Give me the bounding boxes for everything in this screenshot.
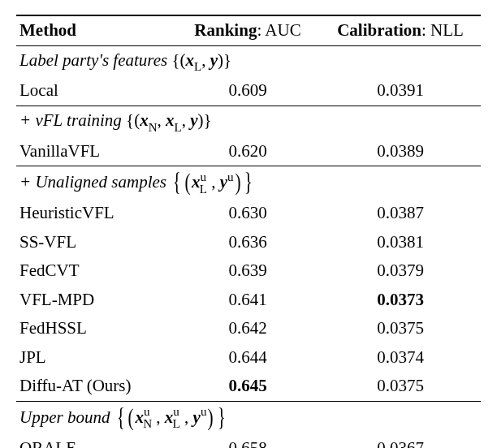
nll-cell: 0.0387 (320, 199, 481, 228)
table-row: Local 0.609 0.0391 (16, 76, 481, 106)
auc-cell: 0.630 (175, 199, 320, 228)
table-row: HeuristicVFL 0.630 0.0387 (16, 199, 481, 228)
nll-cell: 0.0373 (320, 286, 481, 315)
section-row: Label party's features {(xL, y)} (16, 45, 481, 76)
method-cell: Diffu-AT (Ours) (16, 372, 175, 401)
header-calibration: Calibration: NLL (320, 15, 481, 45)
auc-cell: 0.658 (175, 434, 320, 449)
section-prefix: + vFL training (19, 110, 126, 130)
header-ranking: Ranking: AUC (175, 15, 320, 45)
section-label-party: Label party's features {(xL, y)} (16, 45, 481, 76)
nll-cell: 0.0379 (320, 256, 481, 286)
header-calibration-label: Calibration (337, 20, 421, 40)
nll-cell: 0.0389 (320, 137, 481, 166)
auc-cell: 0.636 (175, 228, 320, 257)
section-vfl-training: + vFL training {(xN, xL, y)} (16, 106, 481, 136)
method-cell: ORALE (16, 434, 175, 449)
nll-cell: 0.0381 (320, 228, 481, 257)
table-header-row: Method Ranking: AUC Calibration: NLL (16, 15, 481, 45)
nll-cell: 0.0391 (320, 76, 481, 106)
section-prefix: + Unaligned samples (19, 172, 171, 192)
nll-cell: 0.0374 (320, 343, 481, 373)
auc-cell: 0.609 (175, 76, 320, 106)
method-cell: VFL-MPD (16, 286, 175, 315)
section-set-notation: {(xL, y)} (171, 50, 231, 70)
method-cell: FedHSSL (16, 314, 175, 343)
table-row: Diffu-AT (Ours) 0.645 0.0375 (16, 372, 481, 401)
nll-cell: 0.0375 (320, 314, 481, 343)
section-prefix: Label party's features (19, 50, 171, 70)
auc-cell: 0.620 (175, 137, 320, 166)
auc-cell: 0.644 (175, 343, 320, 373)
section-set-notation: {(xuN , xuL , yu)} (115, 407, 228, 427)
section-upper-bound: Upper bound {(xuN , xuL , yu)} (16, 401, 481, 433)
table-row: VFL-MPD 0.641 0.0373 (16, 286, 481, 315)
header-calibration-metric: : NLL (421, 20, 464, 40)
nll-cell: 0.0375 (320, 372, 481, 401)
section-row: + Unaligned samples {(xuL , yu)} (16, 166, 481, 199)
method-cell: JPL (16, 343, 175, 373)
section-set-notation: {(xuL , yu)} (171, 172, 254, 192)
method-cell: SS-VFL (16, 228, 175, 257)
method-cell: Local (16, 76, 175, 106)
table-row: FedHSSL 0.642 0.0375 (16, 314, 481, 343)
auc-cell: 0.645 (175, 372, 320, 401)
auc-cell: 0.642 (175, 314, 320, 343)
header-ranking-label: Ranking (194, 20, 257, 40)
table-row: VanillaVFL 0.620 0.0389 (16, 137, 481, 166)
table-row: SS-VFL 0.636 0.0381 (16, 228, 481, 257)
table-row: JPL 0.644 0.0374 (16, 343, 481, 373)
table-row: FedCVT 0.639 0.0379 (16, 256, 481, 286)
auc-cell: 0.641 (175, 286, 320, 315)
section-row: + vFL training {(xN, xL, y)} (16, 106, 481, 136)
section-row: Upper bound {(xuN , xuL , yu)} (16, 401, 481, 433)
header-method: Method (16, 15, 175, 45)
method-cell: VanillaVFL (16, 137, 175, 166)
section-set-notation: {(xN, xL, y)} (126, 110, 212, 130)
method-cell: HeuristicVFL (16, 199, 175, 228)
section-unaligned: + Unaligned samples {(xuL , yu)} (16, 166, 481, 199)
nll-cell: 0.0367 (320, 434, 481, 449)
auc-cell: 0.639 (175, 256, 320, 286)
method-cell: FedCVT (16, 256, 175, 286)
section-prefix: Upper bound (19, 407, 115, 427)
header-ranking-metric: : AUC (257, 20, 300, 40)
results-table: Method Ranking: AUC Calibration: NLL Lab… (16, 15, 481, 448)
table-row: ORALE 0.658 0.0367 (16, 434, 481, 449)
